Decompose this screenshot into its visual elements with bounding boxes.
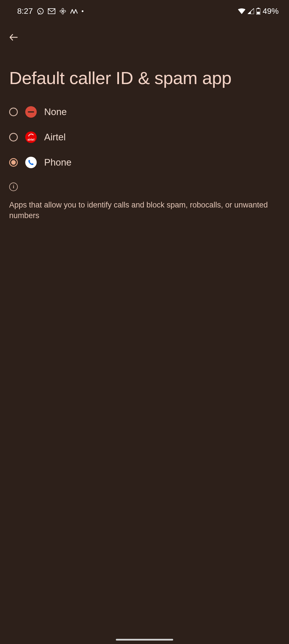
status-time: 8:27 — [17, 7, 33, 16]
airtel-icon: airtel — [25, 131, 37, 143]
option-label-none: None — [44, 106, 67, 117]
cellular-icon — [248, 8, 254, 14]
svg-rect-4 — [257, 12, 260, 14]
description-text: Apps that allow you to identify calls an… — [0, 194, 289, 226]
option-airtel[interactable]: airtel Airtel — [0, 125, 289, 150]
option-list: None airtel Airtel Phone — [0, 99, 289, 175]
radio-inner-icon — [11, 160, 16, 165]
wifi-icon — [238, 8, 245, 14]
back-button[interactable] — [7, 30, 21, 44]
status-right: 49% — [238, 7, 279, 16]
arrow-left-icon — [9, 32, 19, 42]
gmail-icon — [48, 8, 55, 14]
page-title: Default caller ID & spam app — [9, 68, 280, 88]
status-bar: 8:27 49% — [0, 0, 289, 19]
radio-phone[interactable] — [9, 158, 18, 167]
option-label-phone: Phone — [44, 157, 71, 168]
photos-icon — [59, 8, 66, 15]
phone-app-icon — [25, 157, 37, 168]
option-phone[interactable]: Phone — [0, 150, 289, 175]
battery-percentage: 49% — [263, 7, 279, 16]
battery-icon — [256, 8, 260, 15]
svg-rect-5 — [28, 111, 34, 112]
notification-dot-icon — [82, 10, 83, 12]
home-indicator[interactable] — [116, 639, 173, 641]
minus-icon — [28, 111, 34, 112]
radio-none[interactable] — [9, 108, 18, 116]
none-icon — [25, 106, 37, 118]
airtel-swoosh-icon — [28, 133, 34, 137]
svg-point-0 — [38, 8, 43, 14]
radio-airtel[interactable] — [9, 133, 18, 141]
option-label-airtel: Airtel — [44, 132, 66, 143]
status-left: 8:27 — [17, 7, 83, 16]
info-row: i — [0, 175, 289, 194]
phone-handset-icon — [28, 159, 34, 166]
whatsapp-icon — [37, 8, 44, 15]
info-icon: i — [9, 183, 18, 191]
app-icon-m — [70, 9, 78, 14]
option-none[interactable]: None — [0, 99, 289, 125]
